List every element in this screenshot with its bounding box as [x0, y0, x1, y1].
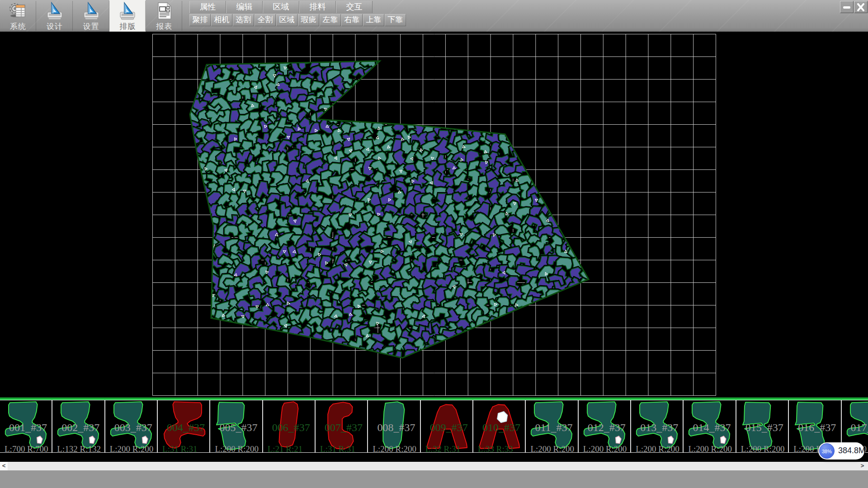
memory-status-pill: 38% 384.8M	[818, 442, 864, 460]
nesting-canvas[interactable]	[0, 32, 868, 398]
part-name: 016_#37	[798, 422, 836, 434]
memory-value: 384.8M	[838, 446, 865, 455]
part-lr-count: L:200 R:200	[530, 444, 574, 453]
part-thumbnail-014_#37[interactable]: 014_#37L:200 R:200	[684, 400, 736, 452]
main-tab-label: 系统	[0, 21, 36, 32]
set-square-icon	[118, 1, 137, 21]
part-thumbnail-005_#37[interactable]: 005_#37L:200 R:200	[210, 400, 263, 452]
set-square-icon	[45, 1, 65, 21]
toolbar: 系统设计设置排版报表 属性编辑区域排料交互 聚排相机选割全割区域瑕疵左靠右靠上靠…	[0, 0, 868, 32]
part-thumbnail-004_#37[interactable]: 004_#37L:31 R:31	[158, 400, 210, 452]
menu2-1[interactable]: 聚排	[189, 14, 211, 26]
part-lr-count: L:200 R:200	[373, 444, 416, 453]
menu1-2[interactable]: 编辑	[226, 1, 263, 13]
nesting-view[interactable]	[0, 32, 868, 398]
part-lr-count: L:200 R:200	[110, 444, 154, 453]
part-name: 011_#37	[535, 422, 572, 434]
menu1-5[interactable]: 交互	[336, 1, 373, 13]
part-lr-count: L:33 R:33	[478, 444, 513, 453]
part-lr-count: L:200 R:200	[215, 444, 259, 453]
horizontal-scrollbar[interactable]: < >	[0, 462, 868, 470]
part-thumbnail-013_#37[interactable]: 013_#37L:200 R:200	[631, 400, 684, 452]
main-tab-label: 设计	[37, 21, 73, 32]
part-name: 005_#37	[219, 422, 257, 434]
part-name: 001_#37	[9, 422, 47, 434]
minimize-icon	[842, 3, 851, 11]
part-lr-count: L:21 R:21	[268, 444, 303, 453]
main-tab-3[interactable]: 设置	[73, 0, 109, 32]
part-name: 004_#37	[167, 422, 205, 434]
close-icon	[856, 3, 865, 11]
part-thumbnail-009_#37[interactable]: 009_#37L:32 R:31	[421, 400, 473, 452]
part-name: 007_#37	[325, 422, 363, 434]
bottom-gap	[0, 453, 868, 462]
part-lr-count: L:200 R:200	[688, 444, 732, 453]
part-lr-count: L:132 R:132	[57, 444, 101, 453]
menu2-10[interactable]: 下靠	[385, 14, 406, 26]
part-name: 015_#37	[745, 422, 783, 434]
part-name: 009_#37	[430, 422, 468, 434]
scroll-right-arrow[interactable]: >	[859, 462, 866, 470]
part-name: 006_#37	[272, 422, 310, 434]
part-thumbnail-002_#37[interactable]: 002_#37L:132 R:132	[52, 400, 105, 452]
menu2-5[interactable]: 区域	[276, 14, 297, 26]
part-thumbnail-010_#37[interactable]: 010_#37L:33 R:33	[473, 400, 526, 452]
menu-row-2: 聚排相机选割全割区域瑕疵左靠右靠上靠下靠	[189, 14, 406, 26]
part-lr-count: L:700 R:700	[5, 444, 48, 453]
part-lr-count: L:32 R:31	[425, 444, 461, 453]
main-tab-2[interactable]: 设计	[37, 0, 73, 32]
menu2-2[interactable]: 相机	[211, 14, 232, 26]
main-tab-4[interactable]: 排版	[109, 0, 146, 32]
part-lr-count: L:200 R:200	[636, 444, 679, 453]
main-tab-5[interactable]: 报表	[146, 0, 182, 32]
menu2-9[interactable]: 上靠	[363, 14, 384, 26]
gear-document-icon	[8, 1, 28, 21]
part-name: 013_#37	[640, 422, 678, 434]
menu1-3[interactable]: 区域	[263, 1, 299, 13]
part-lr-count: L:31 R:31	[162, 444, 198, 453]
menu2-3[interactable]: 选割	[233, 14, 254, 26]
set-square-icon	[81, 1, 101, 21]
parts-strip[interactable]: 001_#37L:700 R:700002_#37L:132 R:132003_…	[0, 400, 868, 453]
close-button[interactable]	[854, 1, 868, 13]
menu2-8[interactable]: 右靠	[341, 14, 363, 26]
part-thumbnail-007_#37[interactable]: 007_#37L:31 R:31	[316, 400, 368, 452]
minimize-button[interactable]	[840, 1, 854, 13]
menu1-4[interactable]: 排料	[299, 1, 336, 13]
progress-badge: 38%	[819, 443, 835, 459]
part-name: 017_#37	[851, 422, 868, 434]
main-tab-label: 排版	[109, 21, 146, 32]
part-thumbnail-008_#37[interactable]: 008_#37L:200 R:200	[368, 400, 420, 452]
part-name: 002_#37	[61, 422, 99, 434]
application-window: 系统设计设置排版报表 属性编辑区域排料交互 聚排相机选割全割区域瑕疵左靠右靠上靠…	[0, 0, 868, 488]
part-lr-count: L:200 R:200	[583, 444, 627, 453]
part-thumbnail-012_#37[interactable]: 012_#37L:200 R:200	[579, 400, 631, 452]
button-separator	[182, 1, 182, 31]
report-icon	[154, 1, 174, 21]
menu2-4[interactable]: 全割	[255, 14, 276, 26]
part-thumbnail-015_#37[interactable]: 015_#37L:200 R:200	[736, 400, 789, 452]
main-tab-1[interactable]: 系统	[0, 0, 36, 32]
part-thumbnail-006_#37[interactable]: 006_#37L:21 R:21	[263, 400, 316, 452]
part-lr-count: L:200 R:200	[741, 444, 785, 453]
status-bar	[0, 470, 868, 488]
part-name: 010_#37	[482, 422, 520, 434]
menu2-6[interactable]: 瑕疵	[298, 14, 319, 26]
menu1-1[interactable]: 属性	[189, 1, 226, 13]
menu-row-1: 属性编辑区域排料交互	[189, 1, 373, 13]
part-name: 008_#37	[377, 422, 415, 434]
part-lr-count: L:31 R:31	[320, 444, 355, 453]
main-tab-label: 报表	[146, 21, 182, 32]
part-thumbnail-003_#37[interactable]: 003_#37L:200 R:200	[105, 400, 158, 452]
menu2-7[interactable]: 左靠	[320, 14, 341, 26]
part-thumbnail-001_#37[interactable]: 001_#37L:700 R:700	[0, 400, 52, 452]
scroll-left-arrow[interactable]: <	[0, 462, 8, 470]
main-tab-label: 设置	[73, 21, 109, 32]
part-name: 012_#37	[588, 422, 626, 434]
part-name: 003_#37	[114, 422, 152, 434]
part-name: 014_#37	[693, 422, 731, 434]
part-thumbnail-011_#37[interactable]: 011_#37L:200 R:200	[526, 400, 578, 452]
